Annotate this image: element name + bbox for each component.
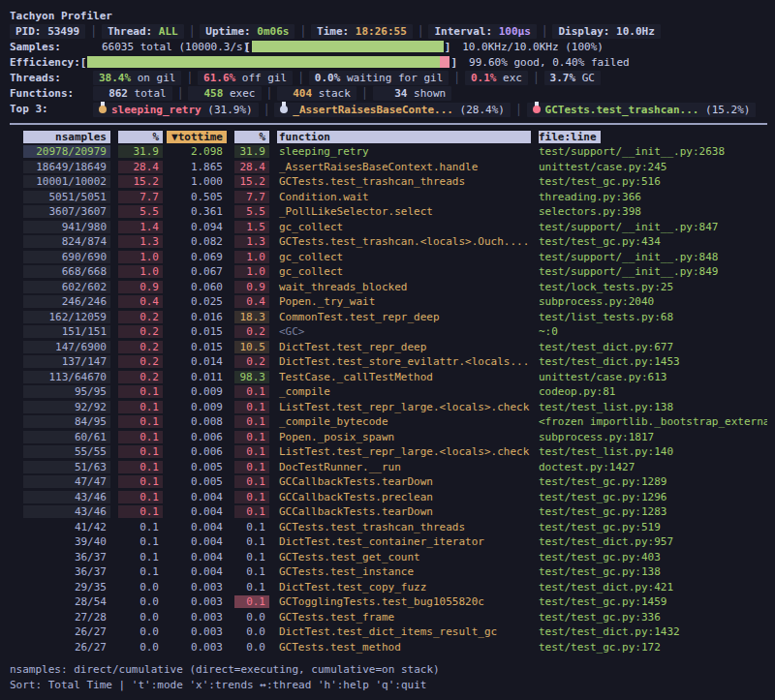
cell-function: Condition.wait: [277, 191, 531, 203]
info-label: Display:: [558, 25, 616, 38]
cell-pct-cumulative: 1.0: [234, 251, 269, 263]
cell-pct-tottime: 7.7: [118, 191, 163, 203]
cell-pct-tottime: 0.2: [118, 311, 163, 323]
column-header-tottime-sorted[interactable]: ▼tottime: [167, 131, 227, 143]
efficiency-bar-close-bracket: ]: [450, 56, 457, 69]
column-header-file-line[interactable]: file:line: [539, 131, 767, 143]
table-row[interactable]: 26/270.00.0030.0DictTest.test_dict_items…: [10, 624, 767, 640]
cell-function: _compile_bytecode: [277, 415, 531, 428]
cell-file-line: test/test_dict.py:677: [539, 341, 767, 353]
cell-pct-cumulative: 98.3: [234, 371, 269, 383]
silver-medal-icon: [280, 102, 288, 113]
stat-value: 34: [379, 87, 408, 100]
cell-tottime: 0.025: [167, 295, 227, 308]
table-row[interactable]: 84/950.10.0080.1_compile_bytecode<frozen…: [10, 414, 767, 430]
info-label: PID:: [16, 25, 47, 38]
table-row[interactable]: 20978/2097931.92.09831.9sleeping_retryte…: [10, 144, 767, 160]
separator: │: [181, 72, 198, 84]
cell-pct-tottime: 1.4: [118, 221, 163, 233]
table-row[interactable]: 113/646700.20.01198.3TestCase._callTestM…: [10, 370, 767, 385]
cell-tottime: 0.006: [167, 431, 227, 443]
stat-value: 458: [194, 87, 223, 100]
table-row[interactable]: 60/610.10.0060.1Popen._posix_spawnsubpro…: [10, 430, 767, 445]
cell-pct-cumulative: 0.1: [234, 565, 269, 578]
cell-tottime: 0.003: [167, 595, 227, 608]
table-row[interactable]: 941/9801.40.0941.5gc_collecttest/support…: [10, 220, 767, 235]
stat-segment: 38.4% on gil: [93, 71, 181, 85]
cell-file-line: test/test_gc.py:1459: [539, 595, 767, 608]
table-row[interactable]: 668/6681.00.0671.0gc_collecttest/support…: [10, 264, 767, 280]
table-row[interactable]: 43/460.10.0040.1GCCallbackTests.tearDown…: [10, 504, 767, 520]
top3-percent: (31.9%): [202, 104, 253, 116]
table-row[interactable]: 690/6901.00.0691.0gc_collecttest/support…: [10, 250, 767, 265]
cell-pct-tottime: 1.0: [118, 265, 163, 278]
cell-nsamples: 60/61: [23, 431, 110, 443]
cell-function: DictTest.test_copy_fuzz: [277, 581, 531, 593]
table-row[interactable]: 3607/36075.50.3615.5_PollLikeSelector.se…: [10, 204, 767, 220]
cell-function: gc_collect: [277, 221, 531, 233]
column-header-function[interactable]: function: [277, 131, 531, 143]
cell-file-line: test/test_gc.py:516: [539, 175, 767, 188]
cell-tottime: 0.011: [167, 371, 227, 383]
table-row[interactable]: 36/370.10.0040.1GCTests.test_instancetes…: [10, 564, 767, 580]
table-row[interactable]: 41/420.10.0040.1GCTests.test_trashcan_th…: [10, 520, 767, 535]
cell-nsamples: 39/40: [23, 535, 110, 548]
table-row[interactable]: 51/630.10.0050.1DocTestRunner.__rundocte…: [10, 460, 767, 475]
table-row[interactable]: 151/1510.20.0150.2<GC>~:0: [10, 324, 767, 340]
separator: │: [449, 72, 465, 84]
table-row[interactable]: 602/6020.90.0600.9wait_threads_blockedte…: [10, 280, 767, 295]
separator: │: [172, 87, 189, 100]
table-row[interactable]: 824/8741.30.0821.3GCTests.test_trashcan.…: [10, 234, 767, 250]
cell-pct-cumulative: 0.1: [234, 491, 269, 503]
table-row[interactable]: 246/2460.40.0250.4Popen._try_waitsubproc…: [10, 294, 767, 310]
table-row[interactable]: 55/550.10.0060.1ListTest.test_repr_large…: [10, 444, 767, 460]
cell-file-line: test/test_gc.py:336: [539, 611, 767, 624]
table-row[interactable]: 36/370.10.0040.1GCTests.test_get_countte…: [10, 550, 767, 565]
cell-pct-tottime: 0.2: [118, 341, 163, 353]
cell-tottime: 0.014: [167, 355, 227, 368]
cell-pct-cumulative: 0.0: [234, 611, 269, 624]
table-row[interactable]: 92/920.10.0090.1ListTest.test_repr_large…: [10, 400, 767, 415]
stat-value: 38.4%: [99, 72, 131, 84]
cell-file-line: test/test_gc.py:138: [539, 565, 767, 578]
table-row[interactable]: 137/1470.20.0140.2DictTest.test_store_ev…: [10, 354, 767, 370]
cell-nsamples: 41/42: [23, 521, 110, 533]
cell-function: GCTests.test_get_count: [277, 551, 531, 563]
cell-nsamples: 36/37: [23, 551, 110, 563]
table-row[interactable]: 29/350.00.0030.1DictTest.test_copy_fuzzt…: [10, 580, 767, 595]
cell-tottime: 0.006: [167, 445, 227, 458]
cell-pct-tottime: 5.5: [118, 205, 163, 218]
table-row[interactable]: 47/470.10.0050.1GCCallbackTests.tearDown…: [10, 474, 767, 490]
cell-tottime: 0.060: [167, 281, 227, 293]
table-row[interactable]: 5051/50517.70.5057.7Condition.waitthread…: [10, 190, 767, 205]
column-header-nsamples[interactable]: nsamples: [23, 131, 110, 143]
table-row[interactable]: 43/460.10.0040.1GCCallbackTests.preclean…: [10, 490, 767, 505]
table-row[interactable]: 28/540.00.0030.1GCTogglingTests.test_bug…: [10, 594, 767, 610]
table-row[interactable]: 26/270.00.0030.0GCTests.test_methodtest/…: [10, 640, 767, 655]
cell-pct-cumulative: 0.1: [234, 385, 269, 398]
cell-pct-cumulative: 0.4: [234, 295, 269, 308]
table-row[interactable]: 10001/1000215.21.00015.2GCTests.test_tra…: [10, 174, 767, 190]
table-row[interactable]: 27/280.00.0030.0GCTests.test_frametest/t…: [10, 610, 767, 625]
cell-nsamples: 43/46: [23, 491, 110, 503]
info-label: Uptime:: [205, 25, 257, 38]
cell-pct-tottime: 0.1: [118, 551, 163, 563]
column-header-pct-tottime[interactable]: %: [118, 131, 163, 143]
cell-pct-tottime: 0.1: [118, 401, 163, 413]
table-row[interactable]: 18649/1864928.41.86528.4_AssertRaisesBas…: [10, 160, 767, 175]
column-header-pct-cumulative[interactable]: %: [234, 131, 269, 143]
cell-nsamples: 246/246: [23, 295, 110, 308]
info-segment: Time: 18:26:55: [311, 24, 413, 39]
efficiency-bar-bad: [440, 56, 450, 68]
efficiency-label: Efficiency:: [10, 56, 80, 69]
cell-tottime: 0.003: [167, 581, 227, 593]
cell-tottime: 0.003: [167, 625, 227, 638]
table-row[interactable]: 95/950.10.0090.1_compilecodeop.py:81: [10, 384, 767, 400]
table-row[interactable]: 162/120590.20.01618.3CommonTest.test_rep…: [10, 310, 767, 325]
table-row[interactable]: 147/69000.20.01510.5DictTest.test_repr_d…: [10, 340, 767, 355]
efficiency-bar: [87, 56, 450, 68]
stat-text: shown: [408, 87, 447, 100]
stat-value: 0.1%: [471, 72, 497, 84]
info-label: Interval:: [434, 25, 498, 38]
table-row[interactable]: 39/400.10.0040.1DictTest.test_container_…: [10, 534, 767, 550]
